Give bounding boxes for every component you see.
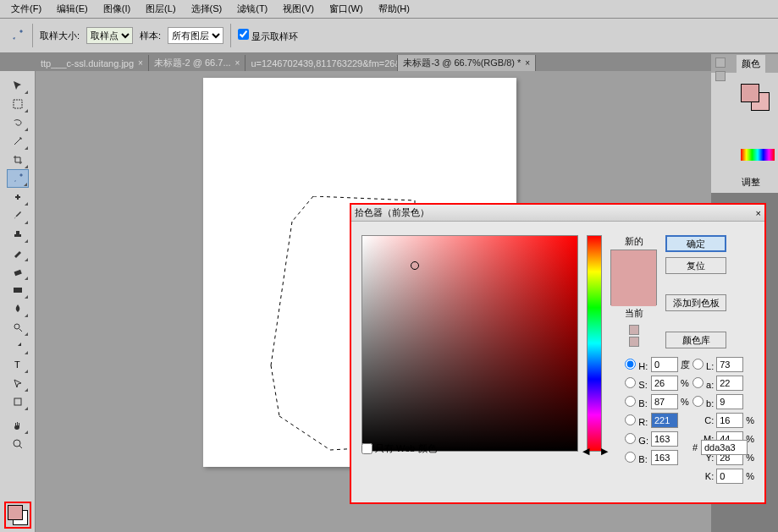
dialog-titlebar[interactable]: 拾色器（前景色） × <box>351 205 764 222</box>
new-color <box>611 250 656 278</box>
sample-label: 样本: <box>140 30 161 42</box>
document-tab-bar: ttp___c-ssl.duitang.jpg× 未标题-2 @ 66.7...… <box>0 53 778 71</box>
svg-line-12 <box>279 416 330 450</box>
lasso-tool[interactable] <box>7 113 29 132</box>
svg-rect-0 <box>14 100 22 108</box>
input-r[interactable] <box>651 413 678 428</box>
heal-tool[interactable] <box>7 188 29 206</box>
eyedropper-icon[interactable] <box>8 27 25 44</box>
sample-size-label: 取样大小: <box>40 30 80 42</box>
close-icon[interactable]: × <box>235 58 240 68</box>
eyedropper-tool[interactable] <box>7 169 29 188</box>
color-library-button[interactable]: 颜色库 <box>665 332 726 348</box>
reset-button[interactable]: 复位 <box>665 257 726 274</box>
wand-tool[interactable] <box>7 132 29 151</box>
color-swatch[interactable] <box>4 502 31 529</box>
websafe-icon[interactable] <box>629 337 639 347</box>
move-tool[interactable] <box>7 76 29 95</box>
panel-tab-color[interactable]: 颜色 <box>737 55 765 73</box>
menu-file[interactable]: 文件(F) <box>3 0 49 18</box>
foreground-color[interactable] <box>8 505 23 520</box>
type-tool[interactable]: T <box>7 355 29 374</box>
current-color[interactable] <box>611 278 656 306</box>
hue-slider[interactable]: ◀▶ <box>587 235 602 452</box>
menu-view[interactable]: 视图(V) <box>275 0 322 18</box>
hue-strip[interactable] <box>741 149 775 161</box>
radio-a[interactable]: a: <box>692 377 714 390</box>
sample-size-select[interactable]: 取样点 <box>86 27 133 44</box>
radio-h[interactable]: H: <box>625 359 648 371</box>
color-value-inputs: H:度 L: S:% a: B:% b: R: C:% G: M:% B: Y:… <box>625 357 754 484</box>
close-icon[interactable]: × <box>525 58 530 68</box>
menu-window[interactable]: 窗口(W) <box>322 0 371 18</box>
hand-tool[interactable] <box>7 416 29 435</box>
radio-b[interactable]: B: <box>625 396 648 409</box>
radio-l[interactable]: L: <box>692 359 714 371</box>
input-bb[interactable] <box>651 450 678 465</box>
menu-help[interactable]: 帮助(H) <box>371 0 417 18</box>
doc-tab[interactable]: u=1246702439,811763229&fm=26&gp=0.jpg× <box>246 55 398 71</box>
path-select-tool[interactable] <box>7 374 29 392</box>
svg-point-6 <box>14 440 20 447</box>
menu-filter[interactable]: 滤镜(T) <box>229 0 275 18</box>
svg-rect-2 <box>14 288 22 293</box>
close-icon[interactable]: × <box>138 58 143 68</box>
marquee-tool[interactable] <box>7 95 29 113</box>
doc-tab-active[interactable]: 未标题-3 @ 66.7%(RGB/8) *× <box>398 55 536 71</box>
menu-bar: 文件(F) 编辑(E) 图像(I) 图层(L) 选择(S) 滤镜(T) 视图(V… <box>0 0 778 19</box>
radio-lb[interactable]: b: <box>692 396 714 409</box>
hex-input[interactable] <box>701 440 748 455</box>
shape-tool[interactable] <box>7 392 29 411</box>
toolbox: T <box>0 71 36 532</box>
input-b[interactable] <box>651 394 678 409</box>
radio-s[interactable]: S: <box>625 377 648 390</box>
gradient-tool[interactable] <box>7 281 29 299</box>
hue-pointer[interactable]: ◀▶ <box>582 446 608 452</box>
label-c: C: <box>692 415 714 425</box>
collapsed-panel-icons[interactable] <box>715 58 726 159</box>
gamut-warn-icon[interactable] <box>629 325 639 335</box>
eraser-tool[interactable] <box>7 262 29 281</box>
doc-tab[interactable]: ttp___c-ssl.duitang.jpg× <box>36 55 149 71</box>
input-a[interactable] <box>716 376 743 391</box>
add-swatch-button[interactable]: 添加到色板 <box>665 294 726 311</box>
menu-image[interactable]: 图像(I) <box>96 0 138 18</box>
sv-marker[interactable] <box>411 261 419 270</box>
web-only-checkbox[interactable]: 只有 Web 颜色 <box>361 442 437 455</box>
brush-tool[interactable] <box>7 206 29 225</box>
input-k[interactable] <box>716 469 743 484</box>
dodge-tool[interactable] <box>7 318 29 337</box>
panel-swatch[interactable] <box>741 84 770 107</box>
stamp-tool[interactable] <box>7 225 29 244</box>
menu-edit[interactable]: 编辑(E) <box>49 0 96 18</box>
history-brush-tool[interactable] <box>7 244 29 262</box>
svg-line-7 <box>313 196 415 200</box>
label-k: K: <box>692 471 714 481</box>
saturation-value-field[interactable] <box>361 235 578 452</box>
show-ring-label[interactable]: 显示取样环 <box>238 29 298 43</box>
input-c[interactable] <box>716 413 743 428</box>
radio-g[interactable]: G: <box>625 433 648 446</box>
zoom-tool[interactable] <box>7 435 29 453</box>
radio-r[interactable]: R: <box>625 414 648 427</box>
input-g[interactable] <box>651 431 678 447</box>
input-s[interactable] <box>651 376 678 391</box>
input-l[interactable] <box>716 357 743 372</box>
dialog-title: 拾色器（前景色） <box>355 206 429 219</box>
radio-bb[interactable]: B: <box>625 452 648 464</box>
panel-tab-adjust[interactable]: 调整 <box>737 174 765 190</box>
ok-button[interactable]: 确定 <box>665 235 726 252</box>
doc-tab[interactable]: 未标题-2 @ 66.7...× <box>149 55 246 71</box>
input-h[interactable] <box>651 357 678 372</box>
menu-layer[interactable]: 图层(L) <box>138 0 183 18</box>
menu-select[interactable]: 选择(S) <box>184 0 230 18</box>
crop-tool[interactable] <box>7 151 29 169</box>
pen-tool[interactable] <box>7 337 29 355</box>
color-picker-dialog: 拾色器（前景色） × ◀▶ 新的 当前 确定 复位 添加到色板 颜色库 H:度 … <box>350 203 766 504</box>
current-label: 当前 <box>610 307 657 320</box>
close-icon[interactable]: × <box>756 208 761 218</box>
show-ring-checkbox[interactable] <box>238 29 249 40</box>
sample-layer-select[interactable]: 所有图层 <box>168 27 223 44</box>
blur-tool[interactable] <box>7 299 29 318</box>
input-lb[interactable] <box>716 394 743 409</box>
